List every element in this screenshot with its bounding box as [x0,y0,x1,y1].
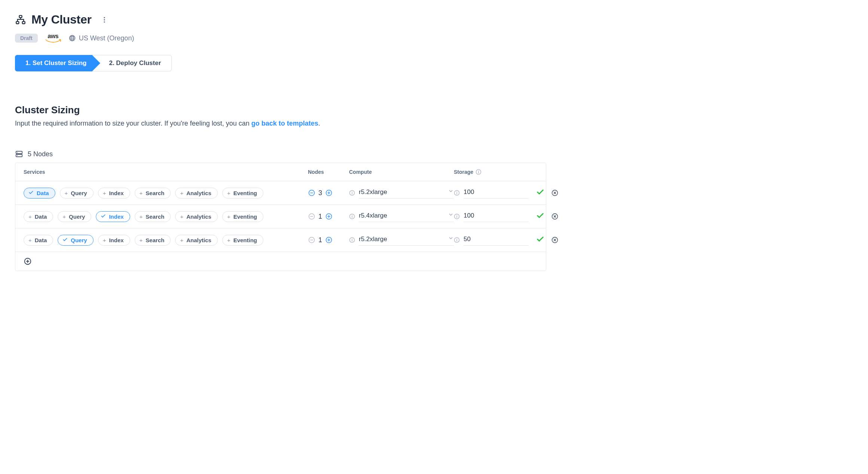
svg-text:i: i [351,214,352,219]
service-pill-eventing[interactable]: +Eventing [222,188,263,198]
storage-input[interactable]: 50 [464,235,529,246]
service-pill-eventing[interactable]: +Eventing [222,235,263,246]
service-pill-index[interactable]: Index [96,211,130,222]
info-icon[interactable]: i [349,213,355,219]
info-icon[interactable]: i [454,213,460,219]
info-icon[interactable]: i [349,237,355,243]
service-pill-label: Search [146,190,164,196]
service-pill-query[interactable]: +Query [58,211,91,222]
table-row: +DataQuery+Index+Search+Analytics+Eventi… [15,228,546,252]
row-actions [529,235,559,245]
status-badge: Draft [15,34,38,43]
storage-cell: i100 [454,188,529,198]
plus-icon: + [227,190,230,196]
subtitle-prefix: Input the required information to size y… [15,120,251,127]
service-pill-label: Analytics [186,190,211,196]
server-icon [15,150,23,158]
service-pill-label: Query [71,237,87,243]
svg-text:i: i [456,191,457,195]
check-icon [101,213,106,220]
nodes-count: 1 [318,236,322,244]
nodes-decrement-button[interactable] [308,189,315,197]
plus-icon: + [65,190,68,196]
service-pill-label: Search [146,237,164,243]
service-pill-eventing[interactable]: +Eventing [222,211,263,222]
services-cell: +Data+QueryIndex+Search+Analytics+Eventi… [24,211,308,222]
plus-icon: + [180,190,183,196]
nodes-cell: 3 [308,189,349,197]
plus-icon: + [180,237,183,243]
storage-cell: i100 [454,211,529,222]
service-pill-analytics[interactable]: +Analytics [175,235,217,246]
templates-link[interactable]: go back to templates [251,120,318,127]
remove-row-button[interactable] [551,236,559,244]
nodes-increment-button[interactable] [325,236,333,244]
compute-select[interactable]: r5.2xlarge [359,234,454,246]
service-pill-search[interactable]: +Search [135,211,171,222]
region-label: US West (Oregon) [79,34,134,42]
svg-text:i: i [351,238,352,242]
service-pill-label: Index [109,190,123,196]
service-pill-query[interactable]: Query [58,235,93,246]
compute-select[interactable]: r5.2xlarge [359,187,454,198]
info-icon[interactable]: i [454,237,460,243]
page-title: My Cluster [31,13,92,27]
nodes-count: 1 [318,213,322,221]
remove-row-button[interactable] [551,189,559,197]
compute-value: r5.2xlarge [359,188,387,196]
storage-cell: i50 [454,235,529,246]
svg-point-5 [104,21,105,22]
nodes-decrement-button [308,213,315,220]
nodes-decrement-button [308,236,315,244]
step-deploy-cluster[interactable]: 2. Deploy Cluster [92,55,172,71]
service-pill-index[interactable]: +Index [98,235,130,246]
provider-logo-aws: aws [45,33,61,43]
service-pill-label: Data [37,190,49,196]
service-pill-label: Index [109,237,123,243]
section-subtitle: Input the required information to size y… [15,120,546,127]
service-pill-search[interactable]: +Search [135,235,171,246]
service-pill-data[interactable]: Data [24,188,55,198]
th-storage-text: Storage [454,169,473,175]
nodes-increment-button[interactable] [325,213,333,220]
svg-point-11 [17,155,18,156]
storage-input[interactable]: 100 [464,188,529,198]
service-pill-label: Eventing [233,213,257,220]
info-icon[interactable]: i [454,190,460,196]
sizing-table: Services Nodes Compute Storage i Data+Qu… [15,163,546,271]
plus-icon: + [140,237,143,243]
service-pill-data[interactable]: +Data [24,211,53,222]
plus-icon: + [227,237,230,243]
remove-row-button[interactable] [551,213,559,220]
nodes-cell: 1 [308,213,349,221]
info-icon[interactable]: i [476,169,482,175]
nodes-count: 3 [318,189,322,197]
plus-icon: + [62,213,66,220]
chevron-down-icon [448,235,454,243]
step-set-cluster-sizing[interactable]: 1. Set Cluster Sizing [15,55,92,71]
nodes-increment-button[interactable] [325,189,333,197]
more-options-button[interactable] [98,14,110,26]
storage-input[interactable]: 100 [464,211,529,222]
nodes-count-label: 5 Nodes [28,150,53,158]
svg-text:i: i [456,214,457,219]
service-pill-search[interactable]: +Search [135,188,171,198]
stepper: 1. Set Cluster Sizing 2. Deploy Cluster [15,55,546,71]
service-pill-index[interactable]: +Index [98,188,130,198]
svg-text:i: i [456,238,457,242]
service-pill-data[interactable]: +Data [24,235,53,246]
service-pill-analytics[interactable]: +Analytics [175,188,217,198]
plus-icon: + [28,213,32,220]
row-actions [529,212,559,221]
service-pill-label: Eventing [233,190,257,196]
subtitle-suffix: . [318,120,320,127]
service-pill-analytics[interactable]: +Analytics [175,211,217,222]
status-ok-icon [536,212,544,221]
compute-value: r5.4xlarge [359,212,387,219]
compute-select[interactable]: r5.4xlarge [359,211,454,222]
th-services: Services [24,169,308,175]
add-row-button[interactable] [24,257,32,265]
info-icon[interactable]: i [349,190,355,196]
service-pill-query[interactable]: +Query [60,188,94,198]
service-pill-label: Data [35,237,47,243]
